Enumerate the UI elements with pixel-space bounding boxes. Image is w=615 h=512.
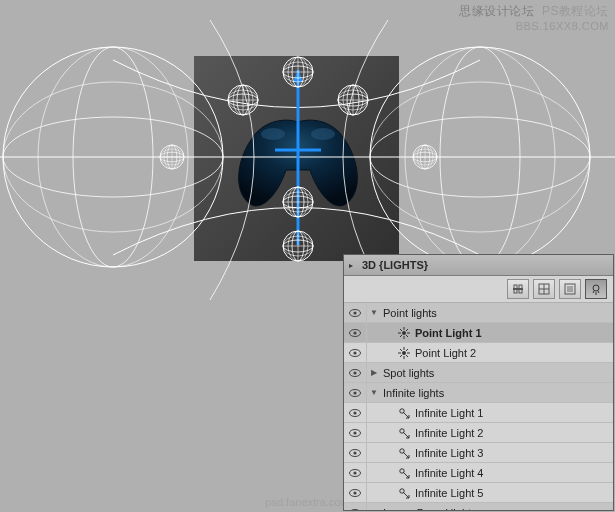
group-point-lights[interactable]: ▼ Point lights: [344, 303, 613, 323]
light-label: Infinite Light 4: [413, 467, 613, 479]
svg-line-40: [406, 335, 408, 337]
lights-tree: ▼ Point lights Point Light 1 Point Light…: [344, 303, 613, 510]
panel-title: 3D {LIGHTS}: [358, 259, 432, 271]
panel-titlebar[interactable]: ▸ 3D {LIGHTS}: [344, 255, 613, 276]
group-label: Image Based lights: [381, 507, 613, 511]
visibility-toggle[interactable]: [344, 503, 367, 510]
light-item-infinite-3[interactable]: Infinite Light 3: [344, 443, 613, 463]
svg-line-67: [403, 432, 409, 438]
light-item-infinite-4[interactable]: Infinite Light 4: [344, 463, 613, 483]
svg-point-59: [353, 411, 356, 414]
svg-point-26: [593, 285, 599, 291]
light-item-point-1[interactable]: Point Light 1: [344, 323, 613, 343]
svg-point-33: [353, 331, 356, 334]
visibility-toggle[interactable]: [344, 403, 367, 422]
infinite-light-icon: [395, 427, 413, 439]
disclosure-triangle-icon[interactable]: ▶: [367, 368, 381, 377]
svg-point-83: [353, 491, 356, 494]
light-label: Infinite Light 3: [413, 447, 613, 459]
svg-line-50: [400, 349, 402, 351]
svg-point-55: [353, 371, 356, 374]
svg-line-53: [400, 355, 402, 357]
svg-point-0: [261, 128, 285, 140]
light-item-infinite-5[interactable]: Infinite Light 5: [344, 483, 613, 503]
group-label: Spot lights: [381, 367, 613, 379]
svg-line-79: [403, 472, 409, 478]
svg-rect-25: [567, 286, 573, 292]
infinite-light-icon: [395, 447, 413, 459]
group-label: Infinite lights: [381, 387, 613, 399]
visibility-toggle[interactable]: [344, 343, 367, 362]
group-ibl[interactable]: ▶ Image Based lights: [344, 503, 613, 510]
visibility-toggle[interactable]: [344, 483, 367, 502]
infinite-light-icon: [395, 407, 413, 419]
visibility-toggle[interactable]: [344, 463, 367, 482]
svg-point-71: [353, 451, 356, 454]
group-infinite-lights[interactable]: ▼ Infinite lights: [344, 383, 613, 403]
svg-point-77: [353, 471, 356, 474]
group-spot-lights[interactable]: ▶ Spot lights: [344, 363, 613, 383]
filter-scene-icon[interactable]: [507, 279, 529, 299]
visibility-toggle[interactable]: [344, 423, 367, 442]
light-label: Point Light 1: [413, 327, 613, 339]
light-label: Infinite Light 5: [413, 487, 613, 499]
visibility-toggle[interactable]: [344, 323, 367, 342]
svg-point-34: [402, 331, 406, 335]
disclosure-triangle-icon[interactable]: ▶: [367, 508, 381, 510]
svg-line-41: [406, 329, 408, 331]
light-label: Infinite Light 2: [413, 427, 613, 439]
svg-line-42: [400, 335, 402, 337]
light-label: Point Light 2: [413, 347, 613, 359]
svg-line-85: [403, 492, 409, 498]
visibility-toggle[interactable]: [344, 303, 367, 322]
visibility-toggle[interactable]: [344, 383, 367, 402]
panel-filter-row: [344, 276, 613, 303]
svg-point-1: [311, 128, 335, 140]
collapse-arrow-icon[interactable]: ▸: [344, 261, 358, 270]
svg-point-45: [402, 351, 406, 355]
group-label: Point lights: [381, 307, 613, 319]
infinite-light-icon: [395, 487, 413, 499]
filter-lights-icon[interactable]: [585, 279, 607, 299]
point-light-icon: [395, 327, 413, 339]
svg-line-52: [406, 349, 408, 351]
light-item-infinite-2[interactable]: Infinite Light 2: [344, 423, 613, 443]
filter-material-icon[interactable]: [559, 279, 581, 299]
svg-line-28: [593, 291, 594, 293]
svg-point-88: [350, 509, 361, 510]
filter-mesh-icon[interactable]: [533, 279, 555, 299]
light-item-point-2[interactable]: Point Light 2: [344, 343, 613, 363]
svg-line-51: [406, 355, 408, 357]
svg-line-39: [400, 329, 402, 331]
lights-panel: ▸ 3D {LIGHTS} ▼ Point lights: [343, 254, 614, 511]
visibility-toggle[interactable]: [344, 363, 367, 382]
light-item-infinite-1[interactable]: Infinite Light 1: [344, 403, 613, 423]
svg-line-61: [403, 412, 409, 418]
infinite-light-icon: [395, 467, 413, 479]
disclosure-triangle-icon[interactable]: ▼: [367, 388, 381, 397]
svg-line-73: [403, 452, 409, 458]
disclosure-triangle-icon[interactable]: ▼: [367, 308, 381, 317]
svg-point-44: [353, 351, 356, 354]
light-label: Infinite Light 1: [413, 407, 613, 419]
point-light-icon: [395, 347, 413, 359]
visibility-toggle[interactable]: [344, 443, 367, 462]
svg-point-57: [353, 391, 356, 394]
svg-line-29: [598, 291, 599, 293]
controller-object: [228, 112, 368, 212]
svg-point-65: [353, 431, 356, 434]
svg-point-31: [353, 311, 356, 314]
